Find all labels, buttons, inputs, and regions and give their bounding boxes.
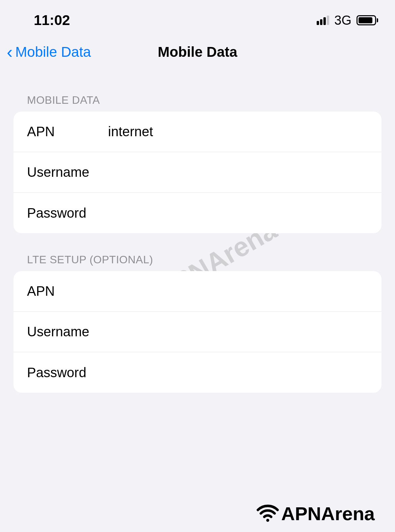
- battery-icon: [357, 15, 378, 25]
- back-button[interactable]: ‹ Mobile Data: [7, 43, 91, 61]
- status-time: 11:02: [34, 12, 70, 28]
- page-title: Mobile Data: [158, 44, 237, 60]
- lte-apn-input[interactable]: [108, 284, 368, 299]
- password-label: Password: [27, 205, 108, 221]
- svg-point-1: [266, 519, 269, 522]
- section-header-mobile-data: MOBILE DATA: [0, 74, 395, 112]
- settings-group-mobile-data: APN Username Password: [14, 112, 381, 233]
- status-right: 3G: [317, 13, 378, 28]
- lte-username-input[interactable]: [108, 324, 368, 339]
- lte-username-label: Username: [27, 324, 108, 339]
- status-bar: 11:02 3G: [0, 0, 395, 34]
- lte-password-label: Password: [27, 365, 108, 380]
- lte-apn-label: APN: [27, 284, 108, 299]
- watermark-bottom: APNArena: [256, 502, 375, 525]
- chevron-left-icon: ‹: [7, 43, 12, 61]
- row-mobile-data-username[interactable]: Username: [14, 152, 381, 193]
- row-lte-apn[interactable]: APN: [14, 271, 381, 312]
- wifi-icon: [256, 502, 280, 525]
- username-input[interactable]: [108, 165, 368, 180]
- network-type-label: 3G: [334, 13, 351, 28]
- navigation-bar: ‹ Mobile Data Mobile Data: [0, 34, 395, 74]
- password-input[interactable]: [108, 205, 368, 221]
- cellular-signal-icon: [317, 16, 329, 25]
- row-lte-password[interactable]: Password: [14, 352, 381, 393]
- row-mobile-data-apn[interactable]: APN: [14, 112, 381, 152]
- section-header-lte-setup: LTE SETUP (OPTIONAL): [0, 233, 395, 271]
- row-lte-username[interactable]: Username: [14, 312, 381, 352]
- back-button-label: Mobile Data: [15, 44, 91, 60]
- settings-group-lte-setup: APN Username Password: [14, 271, 381, 393]
- apn-input[interactable]: [108, 124, 368, 139]
- watermark-text: APNArena: [281, 503, 375, 525]
- apn-label: APN: [27, 124, 108, 139]
- lte-password-input[interactable]: [108, 365, 368, 380]
- row-mobile-data-password[interactable]: Password: [14, 193, 381, 233]
- username-label: Username: [27, 165, 108, 180]
